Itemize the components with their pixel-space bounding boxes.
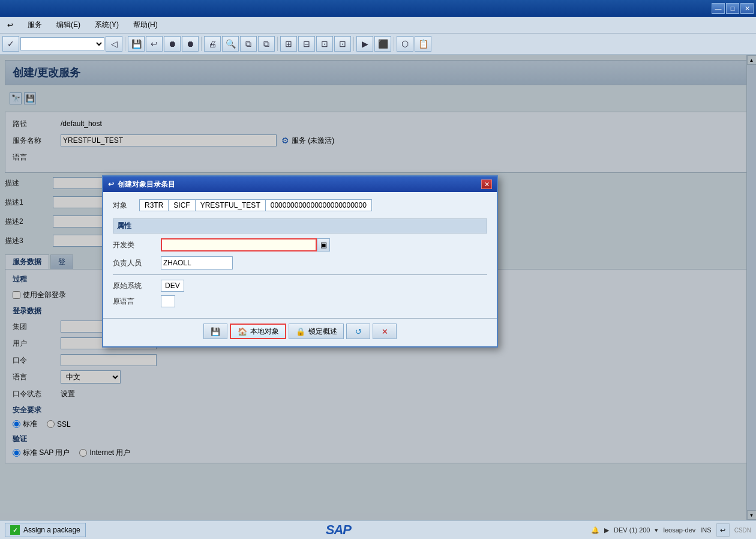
modal-title-text: ↩ 创建对象目录条目 [108,179,175,190]
mode-info: INS [700,526,711,534]
btn7[interactable]: ⊞ [280,36,297,52]
lock-icon: 🔒 [295,326,306,337]
separator-2 [201,37,202,51]
origin-system-value: DEV [161,280,184,292]
dev-class-row: 开发类 ▣ [113,238,487,251]
assign-package-label: Assign a package [23,526,80,534]
status-right: 🔔 ▶ DEV (1) 200 ▾ leosap-dev INS ↩ CSDN [591,523,751,537]
btn6[interactable]: ⧉ [258,36,275,52]
btn9[interactable]: ⊡ [316,36,333,52]
menu-service[interactable]: 服务 [25,19,44,31]
modal-icon: ↩ [108,180,114,188]
origin-lang-row: 原语言 [113,295,487,307]
toolbar: ✓ ◁ 💾 ↩ ⏺ ⏺ 🖨 🔍 ⧉ ⧉ ⊞ ⊟ ⊡ ⊡ ▶ ⬛ ⬡ 📋 [0,34,756,55]
command-select[interactable] [20,37,104,50]
object-label: 对象 [113,200,137,211]
arrow-icon: ▶ [604,526,609,534]
object-tags: R3TR SICF YRESTFUL_TEST 0000000000000000… [139,199,372,211]
maximize-button[interactable]: □ [726,3,739,14]
title-bar-buttons: — □ ✕ [712,3,754,14]
lock-overview-button[interactable]: 🔒 锁定概述 [289,324,344,339]
menu-icon: ↩ [5,20,16,31]
watermark: CSDN [734,527,751,534]
object-tag-r3tr: R3TR [139,199,168,211]
responsible-row: 负责人员 [113,256,487,270]
find-button[interactable]: 🔍 [222,36,239,52]
object-row: 对象 R3TR SICF YRESTFUL_TEST 0000000000000… [113,199,487,211]
cancel-icon: ✕ [379,326,390,337]
object-tag-sicf: SICF [168,199,194,211]
sap-logo: SAP [326,522,351,538]
btn12[interactable]: ⬛ [374,36,391,52]
dev-class-lookup-button[interactable]: ▣ [317,238,330,251]
refresh-button[interactable]: ↺ [346,324,370,339]
close-button[interactable]: ✕ [740,3,754,14]
minimize-button[interactable]: — [712,3,725,14]
modal-close-button[interactable]: ✕ [481,179,492,189]
separator-3 [277,37,278,51]
btn10[interactable]: ⊡ [334,36,351,52]
modal-title-label: 创建对象目录条目 [118,179,175,190]
assign-package-section[interactable]: ✓ Assign a package [5,523,86,537]
status-bar: ✓ Assign a package SAP 🔔 ▶ DEV (1) 200 ▾… [0,520,756,539]
lock-overview-label: 锁定概述 [308,327,337,337]
responsible-label: 负责人员 [113,258,161,268]
origin-system-label: 原始系统 [113,281,161,291]
local-object-label: 本地对象 [250,327,279,337]
object-tag-id: 000000000000000000000000 [265,199,372,211]
print-button[interactable]: 🖨 [204,36,221,52]
local-object-button[interactable]: 🏠 本地对象 [230,324,286,339]
local-object-icon: 🏠 [237,326,248,337]
dropdown-icon: ▾ [655,526,658,534]
origin-lang-value [161,295,175,307]
separator-4 [353,37,354,51]
btn8[interactable]: ⊟ [298,36,315,52]
save-button[interactable]: 💾 [128,36,145,52]
modal-create-catalog: ↩ 创建对象目录条目 ✕ 对象 R3TR SICF YRESTFUL_TEST … [102,175,498,348]
btn4[interactable]: ⏺ [182,36,199,52]
modal-title-bar: ↩ 创建对象目录条目 ✕ [103,176,497,192]
btn11[interactable]: ▶ [356,36,373,52]
menu-system[interactable]: 系统(Y) [92,19,121,31]
separator-5 [394,37,394,51]
user-info: leosap-dev [663,526,695,534]
bell-icon: 🔔 [591,526,599,534]
dev-class-label: 开发类 [113,240,161,250]
btn2[interactable]: ↩ [146,36,163,52]
btn14[interactable]: 📋 [415,36,431,52]
modal-buttons: 💾 🏠 本地对象 🔒 锁定概述 ↺ ✕ [103,318,497,346]
status-center: SAP [91,522,586,538]
save-transport-button[interactable]: 💾 [203,324,227,339]
assign-package-check-icon: ✓ [10,525,20,535]
check-button[interactable]: ✓ [2,36,19,52]
title-bar: — □ ✕ [0,0,756,17]
btn13[interactable]: ⬡ [397,36,413,52]
btn5[interactable]: ⧉ [240,36,257,52]
menu-bar: ↩ 服务 编辑(E) 系统(Y) 帮助(H) [0,17,756,34]
system-info: DEV (1) 200 [614,526,650,534]
status-btn1[interactable]: ↩ [716,523,730,537]
menu-help[interactable]: 帮助(H) [131,19,160,31]
back-button[interactable]: ◁ [106,36,122,52]
object-tag-name: YRESTFUL_TEST [195,199,265,211]
origin-system-row: 原始系统 DEV [113,280,487,292]
responsible-input[interactable] [161,256,233,270]
menu-edit[interactable]: 编辑(E) [54,19,83,31]
separator-1 [125,37,125,51]
refresh-icon: ↺ [353,326,364,337]
save-transport-icon: 💾 [210,326,221,337]
btn3[interactable]: ⏺ [164,36,181,52]
origin-lang-label: 原语言 [113,297,161,307]
modal-overlay: ↩ 创建对象目录条目 ✕ 对象 R3TR SICF YRESTFUL_TEST … [0,55,756,520]
modal-divider [113,274,487,275]
main-content: 创建/更改服务 🔭 💾 路径 /default_host 服务名称 ⚙ 服务 (… [0,55,756,520]
cancel-button[interactable]: ✕ [373,324,397,339]
dev-class-input[interactable] [161,238,317,251]
attributes-section-title: 属性 [113,218,487,233]
modal-body: 对象 R3TR SICF YRESTFUL_TEST 0000000000000… [103,192,497,318]
